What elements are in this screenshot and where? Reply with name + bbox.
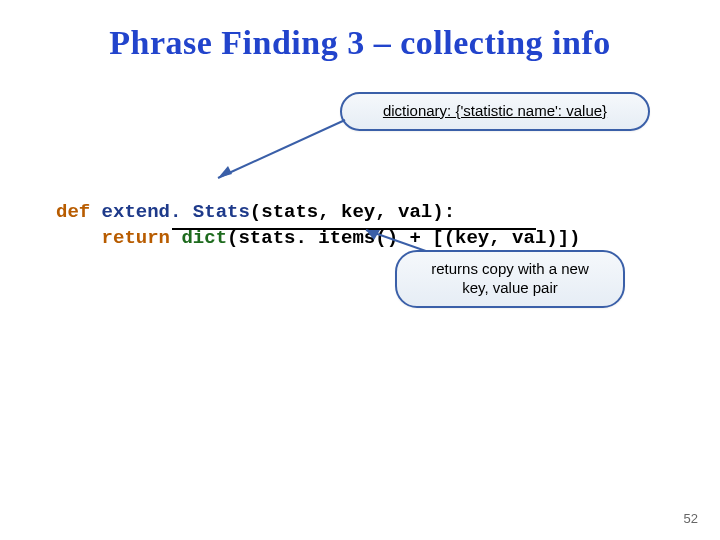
slide-title: Phrase Finding 3 – collecting info: [0, 0, 720, 62]
code-underline: [172, 228, 536, 230]
callout-returns: returns copy with a new key, value pair: [395, 250, 625, 308]
builtin-dict: dict: [181, 227, 227, 249]
kw-def: def: [56, 201, 102, 223]
page-number: 52: [684, 511, 698, 526]
signature: (stats, key, val):: [250, 201, 455, 223]
svg-line-0: [218, 120, 345, 178]
function-name: extend. Stats: [102, 201, 250, 223]
kw-return: return: [56, 227, 181, 249]
callout-bottom-text: returns copy with a new key, value pair: [431, 260, 589, 296]
code-block: def extend. Stats(stats, key, val): retu…: [56, 172, 581, 252]
callout-top-text: dictionary: {'statistic name': value}: [383, 102, 607, 119]
